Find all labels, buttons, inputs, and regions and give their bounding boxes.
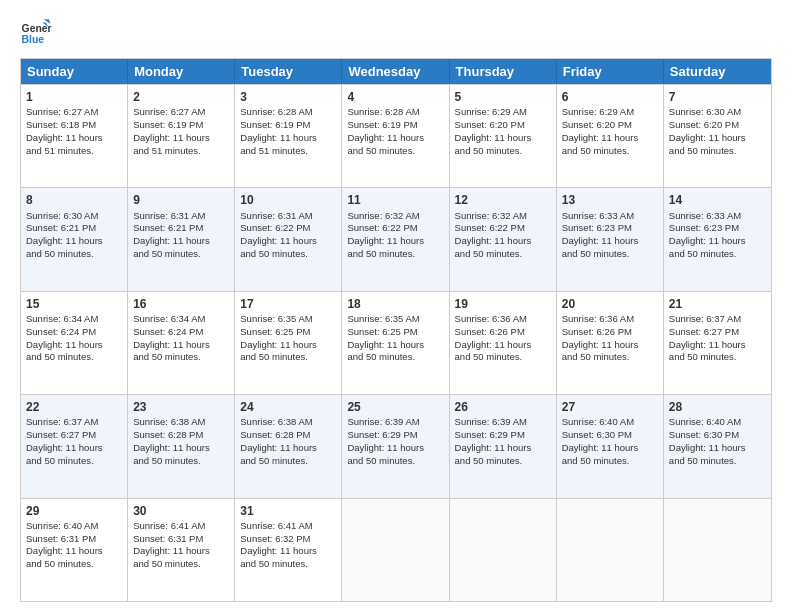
week-row-4: 22Sunrise: 6:37 AM Sunset: 6:27 PM Dayli…: [21, 394, 771, 497]
calendar-header: SundayMondayTuesdayWednesdayThursdayFrid…: [21, 59, 771, 84]
day-info: Sunrise: 6:29 AM Sunset: 6:20 PM Dayligh…: [455, 106, 551, 157]
day-info: Sunrise: 6:28 AM Sunset: 6:19 PM Dayligh…: [347, 106, 443, 157]
empty-cell: [664, 499, 771, 601]
day-cell-27: 27Sunrise: 6:40 AM Sunset: 6:30 PM Dayli…: [557, 395, 664, 497]
svg-text:General: General: [22, 23, 52, 34]
day-cell-20: 20Sunrise: 6:36 AM Sunset: 6:26 PM Dayli…: [557, 292, 664, 394]
day-number: 30: [133, 503, 229, 519]
svg-text:Blue: Blue: [22, 34, 45, 45]
day-number: 26: [455, 399, 551, 415]
day-info: Sunrise: 6:38 AM Sunset: 6:28 PM Dayligh…: [240, 416, 336, 467]
day-cell-12: 12Sunrise: 6:32 AM Sunset: 6:22 PM Dayli…: [450, 188, 557, 290]
day-number: 6: [562, 89, 658, 105]
day-info: Sunrise: 6:33 AM Sunset: 6:23 PM Dayligh…: [562, 210, 658, 261]
logo-icon: General Blue: [20, 16, 52, 48]
day-number: 25: [347, 399, 443, 415]
day-cell-29: 29Sunrise: 6:40 AM Sunset: 6:31 PM Dayli…: [21, 499, 128, 601]
day-info: Sunrise: 6:40 AM Sunset: 6:30 PM Dayligh…: [669, 416, 766, 467]
day-number: 9: [133, 192, 229, 208]
day-cell-6: 6Sunrise: 6:29 AM Sunset: 6:20 PM Daylig…: [557, 85, 664, 187]
empty-cell: [557, 499, 664, 601]
day-cell-26: 26Sunrise: 6:39 AM Sunset: 6:29 PM Dayli…: [450, 395, 557, 497]
day-info: Sunrise: 6:38 AM Sunset: 6:28 PM Dayligh…: [133, 416, 229, 467]
day-cell-30: 30Sunrise: 6:41 AM Sunset: 6:31 PM Dayli…: [128, 499, 235, 601]
day-number: 19: [455, 296, 551, 312]
week-row-1: 1Sunrise: 6:27 AM Sunset: 6:18 PM Daylig…: [21, 84, 771, 187]
day-number: 15: [26, 296, 122, 312]
day-number: 11: [347, 192, 443, 208]
day-number: 22: [26, 399, 122, 415]
day-info: Sunrise: 6:37 AM Sunset: 6:27 PM Dayligh…: [26, 416, 122, 467]
day-number: 20: [562, 296, 658, 312]
day-cell-11: 11Sunrise: 6:32 AM Sunset: 6:22 PM Dayli…: [342, 188, 449, 290]
day-number: 17: [240, 296, 336, 312]
day-cell-3: 3Sunrise: 6:28 AM Sunset: 6:19 PM Daylig…: [235, 85, 342, 187]
header-day-tuesday: Tuesday: [235, 59, 342, 84]
header-day-wednesday: Wednesday: [342, 59, 449, 84]
day-cell-10: 10Sunrise: 6:31 AM Sunset: 6:22 PM Dayli…: [235, 188, 342, 290]
day-cell-23: 23Sunrise: 6:38 AM Sunset: 6:28 PM Dayli…: [128, 395, 235, 497]
day-info: Sunrise: 6:34 AM Sunset: 6:24 PM Dayligh…: [133, 313, 229, 364]
day-number: 28: [669, 399, 766, 415]
day-info: Sunrise: 6:29 AM Sunset: 6:20 PM Dayligh…: [562, 106, 658, 157]
day-cell-21: 21Sunrise: 6:37 AM Sunset: 6:27 PM Dayli…: [664, 292, 771, 394]
day-info: Sunrise: 6:28 AM Sunset: 6:19 PM Dayligh…: [240, 106, 336, 157]
day-number: 24: [240, 399, 336, 415]
day-info: Sunrise: 6:27 AM Sunset: 6:19 PM Dayligh…: [133, 106, 229, 157]
day-number: 13: [562, 192, 658, 208]
day-info: Sunrise: 6:35 AM Sunset: 6:25 PM Dayligh…: [347, 313, 443, 364]
day-number: 4: [347, 89, 443, 105]
day-info: Sunrise: 6:39 AM Sunset: 6:29 PM Dayligh…: [455, 416, 551, 467]
day-number: 21: [669, 296, 766, 312]
day-number: 29: [26, 503, 122, 519]
day-number: 27: [562, 399, 658, 415]
day-number: 7: [669, 89, 766, 105]
day-cell-2: 2Sunrise: 6:27 AM Sunset: 6:19 PM Daylig…: [128, 85, 235, 187]
calendar: SundayMondayTuesdayWednesdayThursdayFrid…: [20, 58, 772, 602]
day-number: 12: [455, 192, 551, 208]
day-number: 31: [240, 503, 336, 519]
day-cell-1: 1Sunrise: 6:27 AM Sunset: 6:18 PM Daylig…: [21, 85, 128, 187]
day-cell-16: 16Sunrise: 6:34 AM Sunset: 6:24 PM Dayli…: [128, 292, 235, 394]
header: General Blue: [20, 16, 772, 48]
header-day-thursday: Thursday: [450, 59, 557, 84]
day-info: Sunrise: 6:36 AM Sunset: 6:26 PM Dayligh…: [562, 313, 658, 364]
day-info: Sunrise: 6:40 AM Sunset: 6:30 PM Dayligh…: [562, 416, 658, 467]
page: General Blue SundayMondayTuesdayWednesda…: [0, 0, 792, 612]
day-info: Sunrise: 6:31 AM Sunset: 6:22 PM Dayligh…: [240, 210, 336, 261]
day-cell-18: 18Sunrise: 6:35 AM Sunset: 6:25 PM Dayli…: [342, 292, 449, 394]
day-number: 1: [26, 89, 122, 105]
empty-cell: [450, 499, 557, 601]
day-number: 10: [240, 192, 336, 208]
day-info: Sunrise: 6:33 AM Sunset: 6:23 PM Dayligh…: [669, 210, 766, 261]
day-info: Sunrise: 6:32 AM Sunset: 6:22 PM Dayligh…: [455, 210, 551, 261]
day-cell-4: 4Sunrise: 6:28 AM Sunset: 6:19 PM Daylig…: [342, 85, 449, 187]
day-cell-5: 5Sunrise: 6:29 AM Sunset: 6:20 PM Daylig…: [450, 85, 557, 187]
day-cell-13: 13Sunrise: 6:33 AM Sunset: 6:23 PM Dayli…: [557, 188, 664, 290]
day-info: Sunrise: 6:31 AM Sunset: 6:21 PM Dayligh…: [133, 210, 229, 261]
day-cell-19: 19Sunrise: 6:36 AM Sunset: 6:26 PM Dayli…: [450, 292, 557, 394]
day-info: Sunrise: 6:30 AM Sunset: 6:20 PM Dayligh…: [669, 106, 766, 157]
day-info: Sunrise: 6:35 AM Sunset: 6:25 PM Dayligh…: [240, 313, 336, 364]
header-day-saturday: Saturday: [664, 59, 771, 84]
day-number: 3: [240, 89, 336, 105]
day-cell-22: 22Sunrise: 6:37 AM Sunset: 6:27 PM Dayli…: [21, 395, 128, 497]
header-day-friday: Friday: [557, 59, 664, 84]
empty-cell: [342, 499, 449, 601]
header-day-monday: Monday: [128, 59, 235, 84]
logo: General Blue: [20, 16, 52, 48]
day-info: Sunrise: 6:27 AM Sunset: 6:18 PM Dayligh…: [26, 106, 122, 157]
day-info: Sunrise: 6:37 AM Sunset: 6:27 PM Dayligh…: [669, 313, 766, 364]
day-info: Sunrise: 6:34 AM Sunset: 6:24 PM Dayligh…: [26, 313, 122, 364]
day-number: 14: [669, 192, 766, 208]
day-cell-15: 15Sunrise: 6:34 AM Sunset: 6:24 PM Dayli…: [21, 292, 128, 394]
day-number: 18: [347, 296, 443, 312]
day-info: Sunrise: 6:30 AM Sunset: 6:21 PM Dayligh…: [26, 210, 122, 261]
day-cell-25: 25Sunrise: 6:39 AM Sunset: 6:29 PM Dayli…: [342, 395, 449, 497]
day-number: 8: [26, 192, 122, 208]
day-cell-14: 14Sunrise: 6:33 AM Sunset: 6:23 PM Dayli…: [664, 188, 771, 290]
header-day-sunday: Sunday: [21, 59, 128, 84]
day-cell-8: 8Sunrise: 6:30 AM Sunset: 6:21 PM Daylig…: [21, 188, 128, 290]
day-info: Sunrise: 6:36 AM Sunset: 6:26 PM Dayligh…: [455, 313, 551, 364]
day-number: 16: [133, 296, 229, 312]
